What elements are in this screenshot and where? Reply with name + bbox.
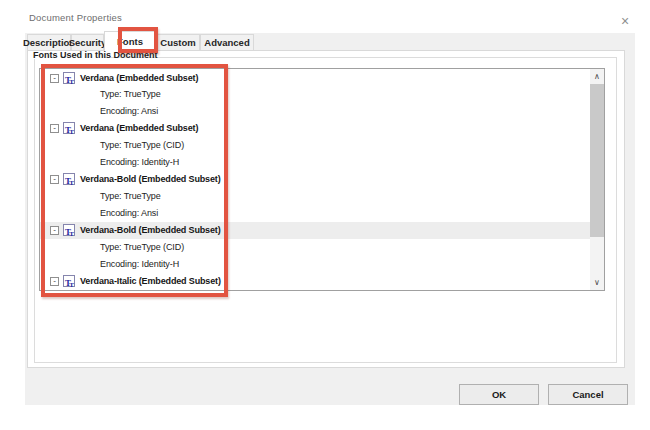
tab-custom[interactable]: Custom (156, 34, 200, 51)
document-properties-dialog: Document Properties × Description Securi… (0, 0, 650, 430)
close-icon[interactable]: × (614, 11, 636, 31)
scrollbar[interactable]: ∧ ∨ (590, 69, 604, 290)
annotation-box-font-list (41, 64, 228, 297)
scroll-down-icon[interactable]: ∨ (590, 275, 604, 290)
annotation-box-fonts-tab (118, 27, 158, 53)
scrollbar-thumb[interactable] (590, 84, 604, 237)
scroll-up-icon[interactable]: ∧ (590, 69, 604, 84)
dialog-title: Document Properties (29, 12, 122, 23)
tab-security[interactable]: Security (71, 34, 104, 51)
cancel-button[interactable]: Cancel (548, 384, 628, 405)
tab-description[interactable]: Description (27, 34, 71, 51)
ok-button[interactable]: OK (459, 384, 539, 405)
tab-advanced[interactable]: Advanced (200, 34, 254, 51)
